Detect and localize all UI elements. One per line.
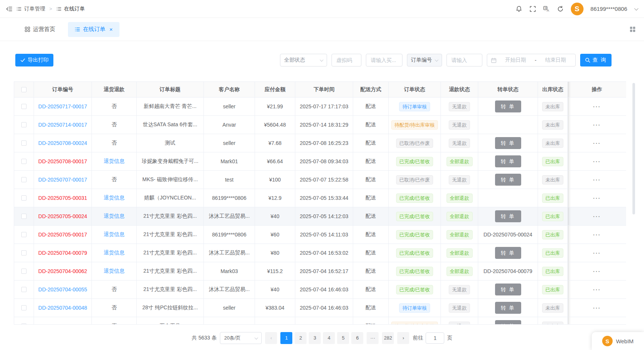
select-all-checkbox[interactable] [21, 87, 27, 92]
row-checkbox[interactable] [21, 177, 27, 182]
fullscreen-icon[interactable] [529, 6, 536, 12]
webim-widget[interactable]: S WebIM [592, 332, 644, 350]
keyword-input[interactable] [451, 57, 478, 64]
refresh-icon[interactable] [557, 6, 564, 12]
more-actions-button[interactable]: ··· [593, 305, 601, 311]
order-id-link[interactable]: DD-20250704-00031 [38, 323, 87, 325]
tab-online-orders[interactable]: 在线订单 × [68, 22, 119, 37]
page-button-5[interactable]: 5 [337, 332, 349, 344]
order-id-link[interactable]: DD-20250704-00079 [38, 250, 87, 256]
order-id-link[interactable]: DD-20250717-00017 [38, 103, 87, 109]
row-checkbox[interactable] [21, 305, 27, 310]
row-checkbox[interactable] [21, 104, 27, 109]
sidebar-collapse-icon[interactable] [6, 6, 13, 12]
last-page-button[interactable]: 282 [382, 332, 394, 344]
refund-status-cell: 全部退款 [441, 226, 478, 244]
transfer-order-button[interactable]: 转 单 [495, 320, 521, 325]
page-button-4[interactable]: 4 [323, 332, 335, 344]
page-size-select[interactable]: 20条/页 [220, 332, 262, 344]
more-actions-button[interactable]: ··· [593, 250, 601, 256]
row-checkbox[interactable] [21, 214, 27, 219]
end-date-placeholder[interactable]: 结束日期 [539, 57, 572, 64]
more-actions-button[interactable]: ··· [593, 213, 601, 220]
virtual-code-input[interactable] [336, 57, 357, 64]
more-actions-button[interactable]: ··· [593, 158, 601, 165]
row-checkbox[interactable] [21, 122, 27, 127]
more-actions-button[interactable]: ··· [593, 122, 601, 128]
tab-close-icon[interactable]: × [109, 26, 113, 32]
order-status-select[interactable]: 全部状态 [280, 54, 327, 66]
row-checkbox[interactable] [21, 159, 27, 164]
goto-page-input[interactable] [426, 332, 444, 344]
webim-label: WebIM [616, 338, 634, 344]
account-chevron-down-icon[interactable] [634, 6, 638, 10]
transfer-order-button[interactable]: 转 单 [495, 155, 521, 167]
start-date-placeholder[interactable]: 开始日期 [500, 57, 532, 64]
return-info-link[interactable]: 退货信息 [104, 195, 125, 201]
row-checkbox[interactable] [21, 250, 27, 255]
buyer-input[interactable] [370, 57, 398, 64]
page-button-1[interactable]: 1 [280, 332, 292, 344]
return-refund-cell: 否 [92, 281, 137, 299]
amount-cell: ¥21.99 [255, 97, 295, 116]
order-id-link[interactable]: DD-20250708-00024 [38, 140, 87, 146]
transfer-order-button[interactable]: 转 单 [495, 210, 521, 222]
transfer-order-button[interactable]: 转 单 [495, 174, 521, 186]
tab-options-grid-icon[interactable] [629, 26, 636, 32]
return-info-link[interactable]: 退货信息 [104, 231, 125, 237]
order-id-link[interactable]: DD-20250704-00055 [38, 286, 87, 292]
account-number[interactable]: 86199****0806 [591, 6, 627, 12]
breadcrumb-parent[interactable]: 订单管理 [24, 6, 45, 12]
order-id-link[interactable]: DD-20250704-00048 [38, 305, 87, 311]
order-status-badge: 待配货/待出库审核 [391, 120, 438, 130]
more-actions-button[interactable]: ··· [593, 323, 601, 325]
language-translate-icon[interactable]: 中A [543, 6, 550, 12]
user-avatar[interactable]: S [571, 3, 584, 15]
return-info-link[interactable]: 退货信息 [104, 268, 125, 274]
row-checkbox[interactable] [21, 287, 27, 292]
row-checkbox[interactable] [21, 269, 27, 274]
row-checkbox[interactable] [21, 195, 27, 201]
next-page-button[interactable]: › [397, 332, 409, 344]
more-actions-button[interactable]: ··· [593, 177, 601, 183]
page-button-2[interactable]: 2 [295, 332, 307, 344]
export-print-button[interactable]: 导出打印 [15, 54, 53, 66]
page-button-3[interactable]: 3 [309, 332, 321, 344]
row-select-cell [14, 116, 34, 134]
transfer-order-button[interactable]: 转 单 [495, 247, 521, 259]
search-button[interactable]: 查 询 [580, 54, 612, 66]
search-field-select[interactable]: 订单编号 [407, 54, 442, 66]
more-actions-button[interactable]: ··· [593, 195, 601, 201]
date-range-picker[interactable]: 开始日期 - 结束日期 [487, 54, 576, 66]
order-id-link[interactable]: DD-20250714-00017 [38, 122, 87, 128]
more-actions-button[interactable]: ··· [593, 286, 601, 293]
transfer-order-button[interactable]: 转 单 [495, 284, 521, 295]
transfer-order-button[interactable]: 转 单 [495, 302, 521, 314]
table-row: DD-20250717-00017否新鲜越南大青芒 青芒...seller¥21… [14, 97, 626, 116]
vertical-scrollbar[interactable] [632, 83, 635, 214]
tab-operation-home[interactable]: 运营首页 [18, 22, 62, 37]
order-id-link[interactable]: DD-20250704-00062 [38, 268, 87, 274]
more-actions-button[interactable]: ··· [593, 103, 601, 110]
return-info-link[interactable]: 退货信息 [104, 213, 125, 219]
order-id-link[interactable]: DD-20250705-00031 [38, 195, 87, 201]
row-checkbox[interactable] [21, 232, 27, 237]
order-id-link[interactable]: DD-20250705-00024 [38, 213, 87, 219]
row-checkbox[interactable] [21, 323, 27, 325]
prev-page-button[interactable]: ‹ [265, 332, 277, 344]
row-checkbox[interactable] [21, 140, 27, 146]
return-info-link[interactable]: 退货信息 [104, 250, 125, 255]
notification-bell-icon[interactable] [516, 6, 522, 12]
order-id-link[interactable]: DD-20250705-00017 [38, 232, 87, 238]
transfer-order-button[interactable]: 转 单 [495, 100, 521, 112]
more-actions-button[interactable]: ··· [593, 268, 601, 275]
return-info-link[interactable]: 退货信息 [104, 158, 125, 164]
page-button-6[interactable]: 6 [351, 332, 363, 344]
transfer-order-button[interactable]: 转 单 [495, 137, 521, 149]
more-pages-button[interactable]: ··· [367, 332, 379, 344]
more-actions-button[interactable]: ··· [593, 140, 601, 146]
more-actions-button[interactable]: ··· [593, 232, 601, 238]
order-id-link[interactable]: DD-20250707-00017 [38, 177, 87, 183]
order-id-link[interactable]: DD-20250708-00017 [38, 158, 87, 164]
breadcrumb-current[interactable]: 在线订单 [64, 6, 85, 12]
